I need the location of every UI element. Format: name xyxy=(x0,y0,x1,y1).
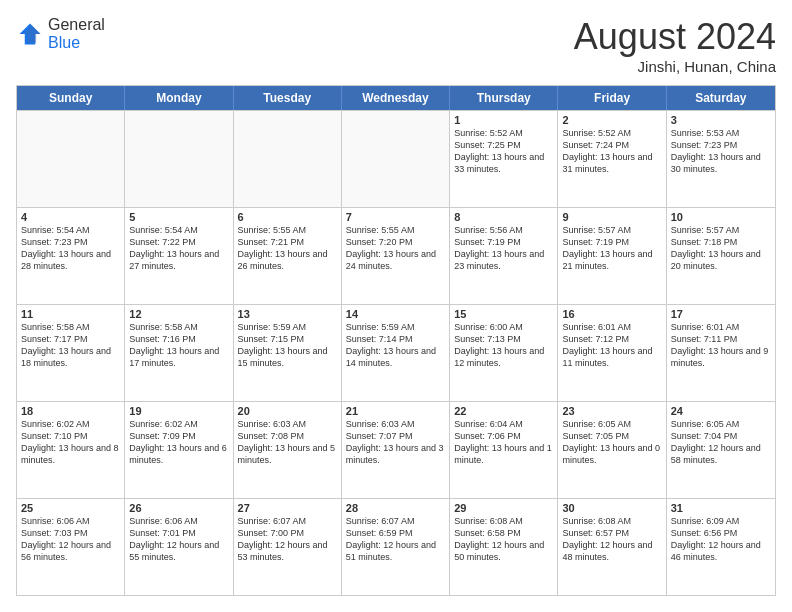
day-number: 5 xyxy=(129,211,228,223)
logo-blue: Blue xyxy=(48,34,80,51)
day-number: 11 xyxy=(21,308,120,320)
calendar-cell: 11Sunrise: 5:58 AMSunset: 7:17 PMDayligh… xyxy=(17,305,125,401)
calendar-row-0: 1Sunrise: 5:52 AMSunset: 7:25 PMDaylight… xyxy=(17,110,775,207)
cell-text: Sunrise: 6:04 AMSunset: 7:06 PMDaylight:… xyxy=(454,418,553,467)
calendar-cell: 23Sunrise: 6:05 AMSunset: 7:05 PMDayligh… xyxy=(558,402,666,498)
cell-text: Sunrise: 5:56 AMSunset: 7:19 PMDaylight:… xyxy=(454,224,553,273)
day-number: 28 xyxy=(346,502,445,514)
cell-text: Sunrise: 6:01 AMSunset: 7:11 PMDaylight:… xyxy=(671,321,771,370)
cell-text: Sunrise: 6:09 AMSunset: 6:56 PMDaylight:… xyxy=(671,515,771,564)
day-number: 12 xyxy=(129,308,228,320)
calendar-cell: 5Sunrise: 5:54 AMSunset: 7:22 PMDaylight… xyxy=(125,208,233,304)
calendar-cell: 19Sunrise: 6:02 AMSunset: 7:09 PMDayligh… xyxy=(125,402,233,498)
cell-text: Sunrise: 5:57 AMSunset: 7:19 PMDaylight:… xyxy=(562,224,661,273)
cell-text: Sunrise: 6:06 AMSunset: 7:03 PMDaylight:… xyxy=(21,515,120,564)
calendar-cell xyxy=(342,111,450,207)
cell-text: Sunrise: 5:59 AMSunset: 7:14 PMDaylight:… xyxy=(346,321,445,370)
day-number: 21 xyxy=(346,405,445,417)
day-number: 8 xyxy=(454,211,553,223)
cell-text: Sunrise: 6:03 AMSunset: 7:07 PMDaylight:… xyxy=(346,418,445,467)
calendar-cell: 13Sunrise: 5:59 AMSunset: 7:15 PMDayligh… xyxy=(234,305,342,401)
calendar-cell: 3Sunrise: 5:53 AMSunset: 7:23 PMDaylight… xyxy=(667,111,775,207)
calendar-cell: 17Sunrise: 6:01 AMSunset: 7:11 PMDayligh… xyxy=(667,305,775,401)
page: General Blue August 2024 Jinshi, Hunan, … xyxy=(0,0,792,612)
day-number: 16 xyxy=(562,308,661,320)
cell-text: Sunrise: 5:54 AMSunset: 7:22 PMDaylight:… xyxy=(129,224,228,273)
calendar-cell: 25Sunrise: 6:06 AMSunset: 7:03 PMDayligh… xyxy=(17,499,125,595)
day-number: 1 xyxy=(454,114,553,126)
header-day-thursday: Thursday xyxy=(450,86,558,110)
header-day-wednesday: Wednesday xyxy=(342,86,450,110)
calendar-cell: 16Sunrise: 6:01 AMSunset: 7:12 PMDayligh… xyxy=(558,305,666,401)
day-number: 31 xyxy=(671,502,771,514)
day-number: 4 xyxy=(21,211,120,223)
calendar-cell: 9Sunrise: 5:57 AMSunset: 7:19 PMDaylight… xyxy=(558,208,666,304)
logo: General Blue xyxy=(16,16,105,52)
calendar-row-2: 11Sunrise: 5:58 AMSunset: 7:17 PMDayligh… xyxy=(17,304,775,401)
calendar-cell xyxy=(125,111,233,207)
calendar-header: SundayMondayTuesdayWednesdayThursdayFrid… xyxy=(17,86,775,110)
calendar-cell: 4Sunrise: 5:54 AMSunset: 7:23 PMDaylight… xyxy=(17,208,125,304)
title-block: August 2024 Jinshi, Hunan, China xyxy=(574,16,776,75)
cell-text: Sunrise: 5:57 AMSunset: 7:18 PMDaylight:… xyxy=(671,224,771,273)
cell-text: Sunrise: 6:02 AMSunset: 7:10 PMDaylight:… xyxy=(21,418,120,467)
calendar-cell xyxy=(17,111,125,207)
calendar-cell: 1Sunrise: 5:52 AMSunset: 7:25 PMDaylight… xyxy=(450,111,558,207)
cell-text: Sunrise: 6:03 AMSunset: 7:08 PMDaylight:… xyxy=(238,418,337,467)
day-number: 27 xyxy=(238,502,337,514)
day-number: 19 xyxy=(129,405,228,417)
day-number: 22 xyxy=(454,405,553,417)
cell-text: Sunrise: 5:55 AMSunset: 7:20 PMDaylight:… xyxy=(346,224,445,273)
day-number: 18 xyxy=(21,405,120,417)
day-number: 3 xyxy=(671,114,771,126)
day-number: 15 xyxy=(454,308,553,320)
calendar-cell: 12Sunrise: 5:58 AMSunset: 7:16 PMDayligh… xyxy=(125,305,233,401)
cell-text: Sunrise: 6:07 AMSunset: 6:59 PMDaylight:… xyxy=(346,515,445,564)
cell-text: Sunrise: 5:58 AMSunset: 7:17 PMDaylight:… xyxy=(21,321,120,370)
calendar-cell xyxy=(234,111,342,207)
calendar-cell: 27Sunrise: 6:07 AMSunset: 7:00 PMDayligh… xyxy=(234,499,342,595)
day-number: 20 xyxy=(238,405,337,417)
cell-text: Sunrise: 5:59 AMSunset: 7:15 PMDaylight:… xyxy=(238,321,337,370)
cell-text: Sunrise: 6:08 AMSunset: 6:58 PMDaylight:… xyxy=(454,515,553,564)
calendar-cell: 31Sunrise: 6:09 AMSunset: 6:56 PMDayligh… xyxy=(667,499,775,595)
header-day-friday: Friday xyxy=(558,86,666,110)
header-day-saturday: Saturday xyxy=(667,86,775,110)
month-title: August 2024 xyxy=(574,16,776,58)
day-number: 24 xyxy=(671,405,771,417)
cell-text: Sunrise: 6:07 AMSunset: 7:00 PMDaylight:… xyxy=(238,515,337,564)
header-day-tuesday: Tuesday xyxy=(234,86,342,110)
calendar: SundayMondayTuesdayWednesdayThursdayFrid… xyxy=(16,85,776,596)
day-number: 13 xyxy=(238,308,337,320)
cell-text: Sunrise: 5:52 AMSunset: 7:25 PMDaylight:… xyxy=(454,127,553,176)
calendar-row-4: 25Sunrise: 6:06 AMSunset: 7:03 PMDayligh… xyxy=(17,498,775,595)
day-number: 9 xyxy=(562,211,661,223)
logo-general: General xyxy=(48,16,105,33)
header: General Blue August 2024 Jinshi, Hunan, … xyxy=(16,16,776,75)
day-number: 6 xyxy=(238,211,337,223)
header-day-sunday: Sunday xyxy=(17,86,125,110)
calendar-cell: 22Sunrise: 6:04 AMSunset: 7:06 PMDayligh… xyxy=(450,402,558,498)
calendar-row-3: 18Sunrise: 6:02 AMSunset: 7:10 PMDayligh… xyxy=(17,401,775,498)
calendar-cell: 2Sunrise: 5:52 AMSunset: 7:24 PMDaylight… xyxy=(558,111,666,207)
calendar-cell: 24Sunrise: 6:05 AMSunset: 7:04 PMDayligh… xyxy=(667,402,775,498)
cell-text: Sunrise: 6:08 AMSunset: 6:57 PMDaylight:… xyxy=(562,515,661,564)
cell-text: Sunrise: 6:05 AMSunset: 7:04 PMDaylight:… xyxy=(671,418,771,467)
calendar-cell: 15Sunrise: 6:00 AMSunset: 7:13 PMDayligh… xyxy=(450,305,558,401)
day-number: 2 xyxy=(562,114,661,126)
day-number: 29 xyxy=(454,502,553,514)
day-number: 17 xyxy=(671,308,771,320)
calendar-cell: 26Sunrise: 6:06 AMSunset: 7:01 PMDayligh… xyxy=(125,499,233,595)
calendar-cell: 8Sunrise: 5:56 AMSunset: 7:19 PMDaylight… xyxy=(450,208,558,304)
calendar-body: 1Sunrise: 5:52 AMSunset: 7:25 PMDaylight… xyxy=(17,110,775,595)
cell-text: Sunrise: 6:06 AMSunset: 7:01 PMDaylight:… xyxy=(129,515,228,564)
day-number: 26 xyxy=(129,502,228,514)
cell-text: Sunrise: 6:02 AMSunset: 7:09 PMDaylight:… xyxy=(129,418,228,467)
cell-text: Sunrise: 5:54 AMSunset: 7:23 PMDaylight:… xyxy=(21,224,120,273)
day-number: 14 xyxy=(346,308,445,320)
logo-icon xyxy=(16,20,44,48)
calendar-cell: 30Sunrise: 6:08 AMSunset: 6:57 PMDayligh… xyxy=(558,499,666,595)
day-number: 30 xyxy=(562,502,661,514)
cell-text: Sunrise: 5:58 AMSunset: 7:16 PMDaylight:… xyxy=(129,321,228,370)
calendar-cell: 29Sunrise: 6:08 AMSunset: 6:58 PMDayligh… xyxy=(450,499,558,595)
